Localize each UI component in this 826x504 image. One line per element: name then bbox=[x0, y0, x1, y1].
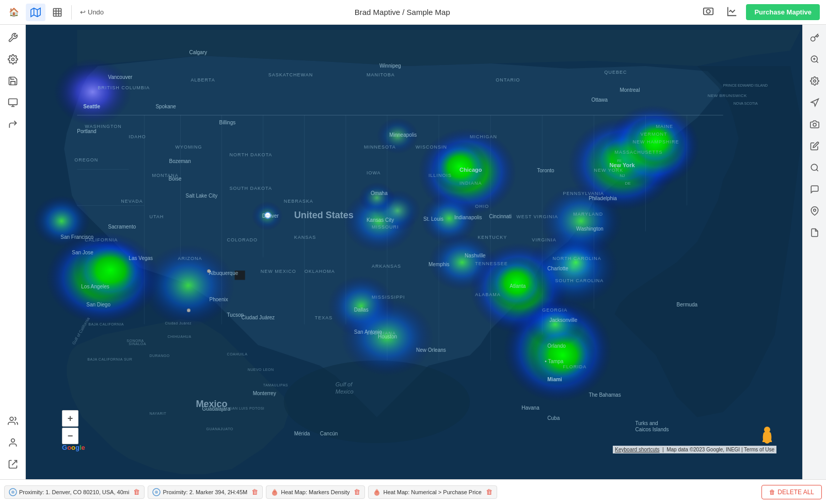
svg-text:MISSOURI: MISSOURI bbox=[372, 224, 399, 230]
search-zoom-button[interactable] bbox=[805, 51, 824, 70]
purchase-button[interactable]: Purchase Maptive bbox=[746, 4, 820, 20]
redo-button[interactable] bbox=[3, 116, 23, 135]
export-button[interactable] bbox=[3, 456, 23, 475]
map-view-button[interactable] bbox=[26, 4, 45, 21]
screen-button[interactable] bbox=[3, 94, 23, 113]
svg-text:Caicos Islands: Caicos Islands bbox=[635, 427, 669, 432]
svg-text:IDAHO: IDAHO bbox=[129, 134, 146, 139]
svg-text:GEORGIA: GEORGIA bbox=[542, 307, 567, 313]
keyboard-shortcuts-link[interactable]: Keyboard shortcuts bbox=[615, 447, 659, 452]
svg-rect-4 bbox=[8, 99, 17, 105]
layer4-delete[interactable]: 🗑 bbox=[486, 488, 493, 496]
svg-text:Turks and: Turks and bbox=[635, 420, 658, 426]
svg-text:NEW MEXICO: NEW MEXICO bbox=[261, 269, 296, 274]
location-button[interactable] bbox=[805, 94, 824, 113]
svg-text:SINALOA: SINALOA bbox=[129, 342, 146, 346]
svg-point-6 bbox=[11, 438, 14, 442]
svg-text:Los Angeles: Los Angeles bbox=[81, 284, 109, 289]
save-button[interactable] bbox=[3, 72, 23, 92]
svg-text:NEW HAMPSHIRE: NEW HAMPSHIRE bbox=[632, 139, 679, 144]
chart-icon bbox=[726, 6, 738, 19]
search2-button[interactable] bbox=[805, 159, 824, 178]
svg-text:Guadalajara: Guadalajara bbox=[202, 406, 231, 412]
top-toolbar: 🏠 ↩ Undo Brad Maptive / Sample Map bbox=[0, 0, 826, 25]
svg-text:Charlotte: Charlotte bbox=[547, 266, 568, 271]
map-attribution: Keyboard shortcuts | Map data ©2023 Goog… bbox=[613, 446, 776, 453]
layer2-delete[interactable]: 🗑 bbox=[251, 488, 258, 496]
svg-text:Kansas City: Kansas City bbox=[367, 217, 394, 223]
svg-text:Indianapolis: Indianapolis bbox=[454, 215, 482, 220]
svg-text:MICHIGAN: MICHIGAN bbox=[470, 134, 497, 139]
undo-label: Undo bbox=[88, 8, 104, 16]
svg-text:MISSISSIPPI: MISSISSIPPI bbox=[372, 295, 405, 300]
svg-text:CHIHUAHUA: CHIHUAHUA bbox=[167, 335, 191, 338]
filter-button[interactable] bbox=[805, 72, 824, 92]
svg-text:Sacramento: Sacramento bbox=[108, 224, 136, 230]
map-svg: United States Mexico BRITISH COLUMBIA AL… bbox=[26, 25, 802, 479]
pin-button[interactable] bbox=[805, 202, 824, 222]
svg-text:Vancouver: Vancouver bbox=[108, 74, 133, 80]
layer1-delete[interactable]: 🗑 bbox=[133, 488, 140, 496]
delete-all-button[interactable]: 🗑 DELETE ALL bbox=[761, 485, 822, 499]
svg-text:Spokane: Spokane bbox=[155, 104, 176, 109]
svg-text:Cancún: Cancún bbox=[320, 431, 338, 436]
svg-text:MINNESOTA: MINNESOTA bbox=[364, 144, 396, 150]
layer3-delete[interactable]: 🗑 bbox=[354, 488, 360, 496]
chat-button[interactable] bbox=[805, 181, 824, 200]
delete-icon: 🗑 bbox=[769, 489, 775, 496]
left-sidebar bbox=[0, 25, 26, 479]
svg-point-22 bbox=[74, 239, 147, 301]
undo-icon: ↩ bbox=[80, 8, 86, 16]
tools-button[interactable] bbox=[3, 29, 23, 48]
svg-text:The Bahamas: The Bahamas bbox=[589, 392, 621, 398]
map-container[interactable]: United States Mexico BRITISH COLUMBIA AL… bbox=[26, 25, 802, 479]
svg-text:FLORIDA: FLORIDA bbox=[563, 364, 586, 369]
chart-button[interactable] bbox=[722, 3, 742, 22]
heatmap-icon-1 bbox=[271, 488, 279, 496]
svg-text:Mérida: Mérida bbox=[294, 431, 310, 436]
key-button[interactable] bbox=[805, 29, 824, 48]
zoom-out-button[interactable]: − bbox=[62, 428, 78, 444]
svg-point-204 bbox=[155, 491, 158, 494]
camera-icon bbox=[810, 120, 819, 132]
svg-text:Ciudad Juárez: Ciudad Juárez bbox=[165, 321, 192, 325]
layer4-label: Heat Map: Numerical > Purchase Price bbox=[383, 489, 481, 495]
user-button[interactable] bbox=[3, 434, 23, 453]
doc-button[interactable] bbox=[805, 224, 824, 243]
svg-point-3 bbox=[11, 58, 14, 60]
camera-button[interactable] bbox=[805, 116, 824, 135]
svg-text:WEST VIRGINIA: WEST VIRGINIA bbox=[516, 214, 558, 219]
svg-text:NAYARIT: NAYARIT bbox=[149, 412, 166, 415]
svg-text:Atlanta: Atlanta bbox=[510, 283, 526, 289]
svg-text:IOWA: IOWA bbox=[367, 170, 381, 175]
photo-icon bbox=[703, 6, 714, 19]
photo-button[interactable] bbox=[698, 3, 718, 22]
svg-text:MASSACHUSETTS: MASSACHUSETTS bbox=[614, 150, 662, 155]
pegman-button[interactable] bbox=[760, 426, 774, 444]
key-icon bbox=[810, 33, 819, 45]
svg-text:GUANAJUATO: GUANAJUATO bbox=[206, 427, 233, 431]
svg-text:Ciudad Juárez: Ciudad Juárez bbox=[242, 315, 275, 320]
svg-text:OREGON: OREGON bbox=[74, 157, 98, 162]
users-button[interactable] bbox=[3, 412, 23, 432]
svg-text:Ottawa: Ottawa bbox=[591, 97, 608, 103]
zoom-in-button[interactable]: + bbox=[62, 410, 78, 427]
svg-text:Houston: Houston bbox=[378, 334, 397, 339]
svg-text:COAHUILA: COAHUILA bbox=[227, 352, 248, 356]
layer-heatmap-numerical: Heat Map: Numerical > Purchase Price 🗑 bbox=[368, 485, 497, 499]
svg-text:DE: DE bbox=[625, 181, 630, 186]
svg-text:Minneapolis: Minneapolis bbox=[389, 132, 417, 138]
svg-text:New Orleans: New Orleans bbox=[416, 347, 446, 353]
home-button[interactable]: 🏠 bbox=[4, 4, 24, 21]
undo-button[interactable]: ↩ Undo bbox=[76, 5, 108, 19]
pencil-button[interactable] bbox=[805, 137, 824, 157]
doc-icon bbox=[810, 228, 819, 240]
settings-button[interactable] bbox=[3, 51, 23, 70]
pencil-icon bbox=[810, 141, 819, 153]
svg-text:Salt Lake City: Salt Lake City bbox=[185, 193, 217, 199]
table-view-button[interactable] bbox=[47, 4, 67, 21]
svg-text:WYOMING: WYOMING bbox=[175, 144, 202, 150]
svg-text:NUEVO LEON: NUEVO LEON bbox=[248, 368, 274, 371]
svg-text:San Jose: San Jose bbox=[72, 250, 93, 255]
svg-text:NORTH DAKOTA: NORTH DAKOTA bbox=[230, 152, 273, 157]
